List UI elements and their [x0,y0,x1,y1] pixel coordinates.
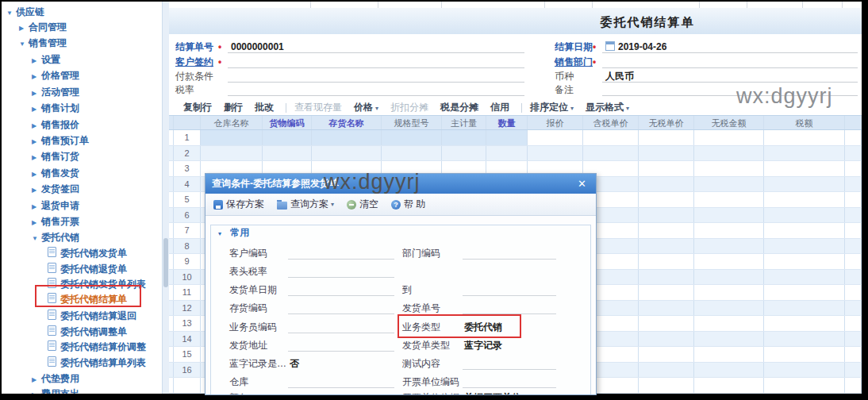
toolbar-button[interactable]: 查看现存量 [294,101,342,114]
grid-cell[interactable] [694,316,764,331]
grid-cell[interactable] [694,378,764,393]
grid-cell[interactable] [845,130,862,145]
dialog-field-input[interactable] [288,393,394,395]
grid-cell[interactable] [639,316,694,331]
grid-cell[interactable] [764,270,845,285]
grid-cell[interactable] [639,161,694,176]
grid-cell[interactable] [845,239,862,254]
grid-cell[interactable] [312,146,382,161]
grid-cell[interactable] [639,270,694,285]
grid-cell[interactable] [845,363,862,378]
dialog-field-input[interactable] [288,322,394,333]
grid-cell[interactable] [694,161,764,176]
grid-cell[interactable] [639,332,694,347]
grid-row-number[interactable]: 1 [174,130,201,145]
date-picker-icon[interactable] [605,41,615,51]
dialog-toolbar-button[interactable]: 查询方案▾ [277,198,334,211]
close-icon[interactable]: ✕ [578,177,586,190]
dialog-field-input[interactable] [463,248,556,260]
sidebar-scrollbar-thumb[interactable] [163,238,168,287]
grid-cell[interactable] [639,146,694,161]
grid-cell[interactable] [694,208,764,223]
grid-cell[interactable] [639,347,694,362]
grid-cell[interactable] [639,130,694,145]
sidebar-item[interactable]: ▶销售报价 [32,117,79,132]
grid-cell[interactable] [263,146,312,161]
grid-cell[interactable] [845,177,862,192]
grid-cell[interactable] [845,378,862,393]
sidebar-item[interactable]: ▶销售开票 [32,214,79,229]
grid-row-number[interactable]: 7 [174,223,201,238]
sidebar-item[interactable]: ▼销售管理 [19,36,67,50]
dialog-field-input[interactable] [463,377,556,388]
grid-cell[interactable] [528,146,583,161]
grid-cell[interactable] [694,223,764,238]
grid-cell[interactable] [764,161,845,176]
grid-cell[interactable] [528,130,583,145]
grid-cell[interactable] [764,223,845,238]
dialog-field-input[interactable] [463,359,556,370]
dialog-field-input[interactable] [288,267,394,278]
grid-cell[interactable] [764,192,845,207]
grid-cell[interactable] [486,146,528,161]
grid-row-number[interactable]: 9 [174,254,201,269]
grid-cell[interactable] [694,146,764,161]
grid-cell[interactable] [845,301,862,316]
grid-cell[interactable] [639,254,694,269]
grid-cell[interactable] [694,363,764,378]
dialog-field-input[interactable] [288,303,394,314]
toolbar-button[interactable]: 显示格式▾ [586,101,629,114]
grid-cell[interactable] [382,146,442,161]
grid-row-number[interactable]: 8 [174,239,201,254]
toolbar-button[interactable]: 批改 [255,101,274,114]
grid-cell[interactable] [764,285,845,300]
sidebar-item[interactable]: 委托代销退货单 [48,262,127,276]
grid-cell[interactable] [639,192,694,207]
grid-row-number[interactable] [174,378,201,393]
sidebar-item[interactable]: ▶销售计划 [32,101,79,115]
grid-cell[interactable] [764,332,845,347]
grid-cell[interactable] [845,161,862,176]
grid-cell[interactable] [764,347,845,362]
grid-cell[interactable] [845,347,862,362]
grid-row-number[interactable]: 3 [174,161,201,176]
grid-cell[interactable] [845,270,862,285]
grid-cell[interactable] [694,177,764,192]
grid-cell[interactable] [764,208,845,223]
sidebar-item[interactable]: 委托代销发货单 [48,246,127,260]
grid-cell[interactable] [639,378,694,393]
sidebar-item[interactable]: ▶销售预订单 [32,133,89,148]
sidebar-item[interactable]: 委托代销结算退回 [48,309,136,323]
toolbar-button[interactable]: 排序定位▾ [530,101,574,114]
sidebar-item[interactable]: ▶发货签回 [32,182,79,196]
toolbar-button[interactable]: 删行 [224,101,243,114]
grid-cell[interactable] [694,332,764,347]
grid-row-number[interactable]: 2 [174,146,201,161]
grid-cell[interactable] [694,239,764,254]
grid-cell[interactable] [764,316,845,331]
field-label[interactable]: 销售部门 [555,56,593,69]
sidebar-item[interactable]: ▶合同管理 [19,20,67,34]
dialog-field-input[interactable] [288,377,394,388]
grid-row-number[interactable]: 4 [174,177,201,192]
grid-row-number[interactable]: 5 [174,192,201,207]
sidebar-item[interactable]: 委托代销结算价调整 [48,340,146,354]
grid-cell[interactable] [845,192,862,207]
grid-row-number[interactable]: 15 [174,347,201,362]
dialog-field-input[interactable] [463,285,556,296]
grid-row-number[interactable]: 10 [174,270,201,285]
grid-row-number[interactable]: 6 [174,208,201,223]
dialog-field-input[interactable] [288,285,394,296]
grid-cell[interactable] [583,146,639,161]
sidebar-item[interactable]: ▼委托代销 [32,230,79,244]
sidebar-item[interactable]: ▶代垫费用 [32,371,79,386]
grid-cell[interactable] [764,378,845,393]
grid-cell[interactable] [845,316,862,331]
sidebar-item[interactable]: ▶费用支出 [32,387,79,394]
grid-cell[interactable] [442,130,486,145]
grid-cell[interactable] [845,254,862,269]
dialog-field-input[interactable] [288,248,394,260]
toolbar-button[interactable]: 价格▾ [354,101,378,114]
grid-cell[interactable] [639,301,694,316]
sidebar-item[interactable]: ▶销售发货 [32,166,79,180]
